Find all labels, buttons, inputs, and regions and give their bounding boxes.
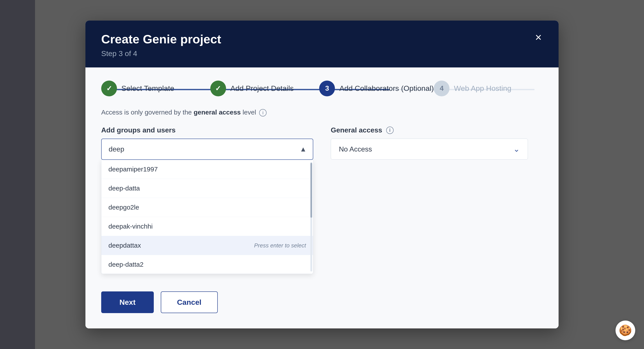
general-access-label: General access i [331,126,543,134]
add-groups-label: Add groups and users [101,126,313,134]
step-1-label: Select Template [121,84,174,93]
next-button[interactable]: Next [101,292,154,313]
scroll-thumb [310,163,312,218]
caret-up-icon[interactable]: ▲ [300,145,313,153]
step-2-circle: ✓ [210,81,226,96]
general-access-select[interactable]: No Access ⌄ [331,139,528,160]
steps-container: ✓ Select Template ✓ Add Project Details … [101,81,543,96]
cookie-badge[interactable]: 🍪 [616,321,635,340]
step-3-label: Add Collaborators (Optional) [339,84,434,93]
scroll-bar [310,162,312,272]
modal-body: ✓ Select Template ✓ Add Project Details … [86,67,558,329]
btn-row: Next Cancel [101,292,313,313]
dropdown-item-deep-datta2[interactable]: deep-datta2 [102,255,313,274]
dropdown-item-deepgo2le[interactable]: deepgo2le [102,198,313,217]
access-note-info-icon[interactable]: i [259,109,266,116]
press-enter-hint: Press enter to select [254,242,306,249]
step-2-label: Add Project Details [230,84,294,93]
dropdown-list: deepamiper1997 deep-datta deepgo2le deep… [101,160,313,274]
step-1-circle: ✓ [101,81,117,96]
dropdown-item-deepamiper1997[interactable]: deepamiper1997 [102,160,313,179]
dropdown-item-deep-datta[interactable]: deep-datta [102,179,313,198]
dropdown-scroll-wrapper: deepamiper1997 deep-datta deepgo2le deep… [102,160,313,274]
step-3: 3 Add Collaborators (Optional) [319,81,434,96]
step-4: 4 Web App Hosting [434,81,543,96]
step-1: ✓ Select Template [101,81,210,96]
modal-header: Create Genie project Step 3 of 4 × [86,20,558,67]
left-panel: Add groups and users ▲ deepamiper1997 de… [101,126,313,313]
step-4-circle: 4 [434,81,450,96]
search-input-wrapper: ▲ [101,139,313,160]
general-access-value: No Access [339,145,372,153]
content-grid: Add groups and users ▲ deepamiper1997 de… [101,126,543,313]
dropdown-item-deepdattax[interactable]: deepdattax Press enter to select [102,236,313,255]
step-2: ✓ Add Project Details [210,81,319,96]
close-button[interactable]: × [532,30,546,44]
access-note: Access is only governed by the general a… [101,109,543,116]
modal-title: Create Genie project [101,32,543,46]
create-project-modal: Create Genie project Step 3 of 4 × ✓ Sel… [86,20,558,329]
search-input[interactable] [102,139,300,159]
dropdown-item-deepak-vinchhi[interactable]: deepak-vinchhi [102,217,313,236]
modal-subtitle: Step 3 of 4 [101,49,543,58]
step-4-label: Web App Hosting [454,84,511,93]
right-panel: General access i No Access ⌄ [331,126,543,160]
cancel-button[interactable]: Cancel [161,292,218,313]
general-access-info-icon[interactable]: i [386,127,394,134]
step-3-circle: 3 [319,81,335,96]
chevron-down-icon: ⌄ [513,144,520,154]
